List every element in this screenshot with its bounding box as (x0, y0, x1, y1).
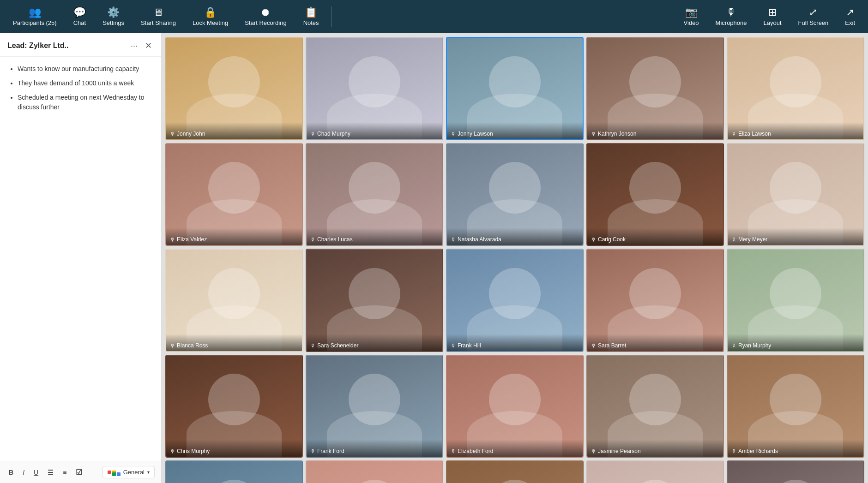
participant-name-tag: 🎙Frank Ford (307, 440, 442, 457)
participant-name: Jasmine Pearson (598, 448, 641, 454)
video-cell[interactable]: 🎙Andreea Rivera (586, 460, 724, 483)
zoho-logo (108, 468, 121, 476)
video-cell[interactable]: 🎙Jasmine Pearson (586, 355, 724, 458)
participant-name: Charles Lucas (317, 236, 353, 243)
video-cell[interactable]: 🎙Sara Barret (586, 249, 724, 352)
italic-button[interactable]: I (20, 467, 27, 477)
toolbar-label-layout: Layout (764, 19, 782, 26)
lock-meeting-icon: 🔒 (204, 7, 217, 18)
avatar-head (770, 480, 821, 483)
video-cell[interactable]: 🎙Kevin Boyd (446, 460, 584, 483)
numbered-list-button[interactable]: ≡ (60, 467, 69, 477)
toolbar-label-participants: Participants (25) (13, 19, 57, 26)
toolbar-label-notes: Notes (303, 19, 319, 26)
participant-name: Jonny Lawson (458, 131, 493, 137)
toolbar-label-exit: Exit (845, 19, 855, 26)
participant-name-tag: 🎙Frank Hill (447, 334, 583, 351)
participant-name-tag: 🎙Natasha Alvarada (447, 228, 583, 245)
video-cell[interactable]: 🎙Christine Sullivan (306, 460, 443, 483)
video-cell[interactable]: 🎙Carig Cook (586, 143, 724, 246)
video-cell[interactable]: 🎙Amber Richards (727, 355, 864, 458)
participant-name: Sara Barret (598, 342, 626, 349)
toolbar-label-video: Video (684, 19, 699, 26)
toolbar-item-notes[interactable]: 📋Notes (295, 0, 327, 33)
video-cell[interactable]: 🎙Bianca Ross (165, 249, 303, 352)
video-cell[interactable]: 🎙Sara Scheneider (306, 249, 443, 352)
participants-icon: 👥 (29, 7, 41, 18)
video-cell[interactable]: 🎙Elizabeth Ford (446, 355, 584, 458)
sidebar-close-button[interactable]: ✕ (143, 40, 154, 52)
sidebar-more-button[interactable]: ··· (129, 40, 139, 52)
participant-name-tag: 🎙Bianca Ross (166, 334, 302, 351)
participant-mic-icon: 🎙 (170, 448, 175, 454)
video-cell[interactable]: 🎙Chris Murphy (165, 355, 303, 458)
participant-name-tag: 🎙Amber Richards (728, 440, 863, 457)
general-selector[interactable]: General ▾ (102, 466, 155, 478)
video-cell[interactable]: 🎙Charles Lucas (306, 143, 443, 246)
participant-mic-icon: 🎙 (310, 343, 315, 348)
toolbar-item-participants[interactable]: 👥Participants (25) (5, 0, 65, 33)
toolbar-item-lock-meeting[interactable]: 🔒Lock Meeting (184, 0, 236, 33)
participant-name-tag: 🎙Eliza Lawson (728, 122, 863, 139)
toolbar-item-exit[interactable]: ↗Exit (837, 0, 863, 33)
video-cell[interactable]: 🎙Chad Murphy (306, 37, 443, 140)
participant-name: Carig Cook (598, 236, 626, 243)
video-cell[interactable]: 🎙Eliza Valdez (165, 143, 303, 246)
video-cell[interactable]: 🎙Frank Ford (306, 355, 443, 458)
participant-name-tag: 🎙Jonny Lawson (447, 122, 583, 139)
toolbar: 👥Participants (25)💬Chat⚙️Settings🖥Start … (0, 0, 868, 33)
video-cell[interactable]: 🎙Jule Wade (727, 460, 864, 483)
participant-name-tag: 🎙Ryan Murphy (728, 334, 863, 351)
video-cell[interactable]: 🎙Frank Hill (446, 249, 584, 352)
participant-name-tag: 🎙Charles Lucas (307, 228, 442, 245)
toolbar-label-microphone: Microphone (716, 19, 747, 26)
checklist-button[interactable]: ☑ (73, 466, 84, 478)
participant-avatar (307, 461, 442, 483)
participant-mic-icon: 🎙 (591, 448, 596, 454)
participant-mic-icon: 🎙 (731, 448, 736, 454)
settings-icon: ⚙️ (107, 7, 120, 18)
participant-mic-icon: 🎙 (451, 237, 456, 242)
toolbar-item-start-recording[interactable]: ⏺Start Recording (236, 0, 295, 33)
video-cell[interactable]: 🎙Ryan Murphy (727, 249, 864, 352)
participant-name-tag: 🎙Eliza Valdez (166, 228, 302, 245)
video-grid: 🎙Jonny John🎙Chad Murphy🎙Jonny Lawson🎙Kat… (165, 37, 864, 483)
participant-name-tag: 🎙Chris Murphy (166, 440, 302, 457)
video-cell[interactable]: 🎙Joe Rivera (165, 460, 303, 483)
toolbar-item-settings[interactable]: ⚙️Settings (94, 0, 133, 33)
toolbar-item-video[interactable]: 📷Video (675, 0, 707, 33)
sidebar: Lead: Zylker Ltd.. ··· ✕ Wants to know o… (0, 33, 162, 483)
sidebar-notes: Wants to know our manufacturing capacity… (0, 57, 161, 461)
bullet-list-button[interactable]: ☰ (45, 467, 56, 477)
toolbar-item-fullscreen[interactable]: ⤢Full Screen (790, 0, 837, 33)
participant-name-tag: 🎙Sara Scheneider (307, 334, 442, 351)
chat-icon: 💬 (73, 7, 86, 18)
toolbar-label-settings: Settings (102, 19, 124, 26)
toolbar-item-chat[interactable]: 💬Chat (65, 0, 94, 33)
video-cell[interactable]: 🎙Jonny Lawson (446, 37, 584, 140)
toolbar-item-layout[interactable]: ⊞Layout (755, 0, 790, 33)
video-cell[interactable]: 🎙Eliza Lawson (727, 37, 864, 140)
video-cell[interactable]: 🎙Jonny John (165, 37, 303, 140)
participant-name: Sara Scheneider (317, 342, 358, 349)
video-cell[interactable]: 🎙Natasha Alvarada (446, 143, 584, 246)
video-area: 🎙Jonny John🎙Chad Murphy🎙Jonny Lawson🎙Kat… (162, 33, 868, 483)
underline-button[interactable]: U (31, 467, 41, 477)
video-cell[interactable]: 🎙Kathryn Jonson (586, 37, 724, 140)
participant-name-tag: 🎙Sara Barret (587, 334, 723, 351)
participant-mic-icon: 🎙 (170, 237, 175, 242)
toolbar-item-start-sharing[interactable]: 🖥Start Sharing (133, 0, 184, 33)
participant-name: Chris Murphy (177, 448, 210, 454)
sidebar-title: Lead: Zylker Ltd.. (7, 42, 68, 50)
video-cell[interactable]: 🎙Mery Meyer (727, 143, 864, 246)
toolbar-item-microphone[interactable]: 🎙Microphone (707, 0, 755, 33)
participant-name: Chad Murphy (317, 131, 350, 137)
participant-mic-icon: 🎙 (170, 131, 175, 137)
participant-mic-icon: 🎙 (731, 237, 736, 242)
participant-name: Frank Ford (317, 448, 344, 454)
bold-button[interactable]: B (6, 467, 16, 477)
participant-mic-icon: 🎙 (451, 343, 456, 348)
participant-mic-icon: 🎙 (591, 131, 596, 137)
participant-name: Jonny John (177, 131, 205, 137)
toolbar-label-start-recording: Start Recording (245, 19, 286, 26)
